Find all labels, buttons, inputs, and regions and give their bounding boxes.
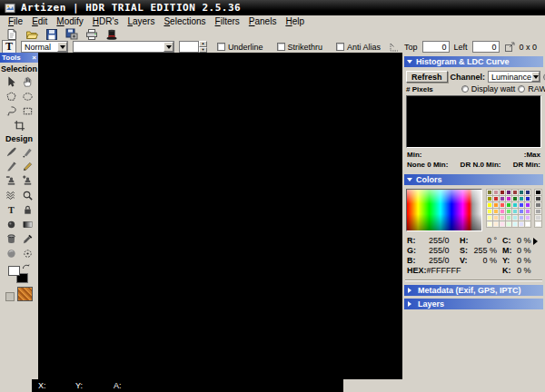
- color-swatch[interactable]: [487, 202, 492, 208]
- tools-panel-header[interactable]: Tools ×: [0, 53, 38, 63]
- zoom-tool[interactable]: [19, 188, 35, 202]
- color-swatch[interactable]: [493, 221, 499, 227]
- color-swatch[interactable]: [493, 209, 499, 214]
- color-swatch[interactable]: [525, 215, 530, 220]
- strikethru-checkbox[interactable]: Strikethru: [277, 43, 323, 52]
- color-swatch[interactable]: [512, 190, 518, 195]
- lasso-tool[interactable]: [3, 103, 19, 118]
- layers-panel-header[interactable]: Layers: [404, 299, 543, 309]
- underline-checkbox[interactable]: Underline: [217, 43, 263, 52]
- color-swatch[interactable]: [519, 202, 524, 208]
- color-swatch[interactable]: [493, 215, 499, 220]
- color-swatch[interactable]: [525, 190, 530, 195]
- print-icon[interactable]: [85, 28, 98, 41]
- image-canvas[interactable]: [38, 53, 402, 379]
- color-swatch[interactable]: [535, 209, 541, 214]
- color-swatch[interactable]: [487, 196, 492, 201]
- antialias-checkbox[interactable]: Anti Alias: [336, 43, 381, 52]
- color-swatch[interactable]: [493, 202, 499, 208]
- pointer-tool[interactable]: [3, 74, 19, 89]
- color-swatch[interactable]: [519, 196, 524, 201]
- color-swatch[interactable]: [493, 190, 499, 195]
- color-swatch[interactable]: [512, 215, 518, 220]
- color-swatch[interactable]: [500, 190, 505, 195]
- smudge-tool[interactable]: [3, 188, 19, 202]
- menu-file[interactable]: File: [4, 16, 27, 26]
- color-swatch[interactable]: [525, 221, 530, 227]
- color-swatch[interactable]: [519, 215, 524, 220]
- top-input[interactable]: 0: [422, 41, 450, 53]
- color-gradient-picker[interactable]: [406, 189, 482, 231]
- hand-tool[interactable]: [19, 74, 35, 89]
- font-size-stepper[interactable]: ▲▼: [179, 41, 207, 53]
- crop-tool[interactable]: [11, 118, 27, 132]
- color-swatch[interactable]: [535, 202, 541, 208]
- paintbrush-tool[interactable]: [3, 144, 19, 159]
- color-swatch[interactable]: [500, 221, 505, 227]
- color-swatch[interactable]: [525, 209, 530, 214]
- save-icon[interactable]: [45, 28, 58, 41]
- polygon-select-tool[interactable]: [3, 89, 19, 103]
- pencil-tool[interactable]: [19, 159, 35, 173]
- color-swatch[interactable]: [519, 221, 524, 227]
- color-swatch[interactable]: [506, 202, 511, 208]
- color-swatch[interactable]: [512, 196, 518, 201]
- menu-panels[interactable]: Panels: [244, 16, 282, 26]
- burn-tool[interactable]: [3, 217, 19, 231]
- color-swatch[interactable]: [535, 190, 541, 195]
- menu-modify[interactable]: Modify: [52, 16, 87, 26]
- bucket-tool[interactable]: [3, 231, 19, 246]
- palette-next-icon[interactable]: [533, 236, 541, 276]
- magic-hat-icon[interactable]: [105, 28, 118, 41]
- color-swatch[interactable]: [500, 209, 505, 214]
- text-tool[interactable]: [3, 202, 19, 217]
- chevron-down-icon[interactable]: [164, 42, 173, 52]
- color-swatch[interactable]: [506, 190, 511, 195]
- color-swatch[interactable]: [506, 209, 511, 214]
- close-icon[interactable]: ×: [32, 54, 36, 62]
- colors-panel-header[interactable]: Colors: [404, 174, 543, 185]
- color-swatch[interactable]: [512, 221, 518, 227]
- refresh-button[interactable]: Refresh: [406, 71, 448, 83]
- chevron-down-icon[interactable]: [531, 72, 540, 82]
- color-swatch[interactable]: [500, 196, 505, 201]
- stamp-plus-tool[interactable]: [19, 173, 35, 188]
- metadata-panel-header[interactable]: Metadata (Exif, GPS, IPTC): [404, 285, 543, 296]
- save-as-icon[interactable]: [65, 28, 78, 41]
- blend-mode-dropdown[interactable]: Normal: [21, 41, 68, 53]
- menu-hdrs[interactable]: HDR's: [88, 16, 124, 26]
- color-swatch[interactable]: [487, 190, 492, 195]
- airbrush-tool[interactable]: [19, 144, 35, 159]
- gradient-tool[interactable]: [19, 217, 35, 231]
- channel-dropdown[interactable]: Luminance: [488, 71, 540, 83]
- new-document-icon[interactable]: [5, 28, 18, 41]
- menu-help[interactable]: Help: [281, 16, 309, 26]
- texture-swatch[interactable]: [5, 292, 15, 301]
- text-tool-button[interactable]: T: [2, 40, 16, 54]
- pattern-swatch[interactable]: [17, 287, 33, 301]
- color-swatch[interactable]: [519, 190, 524, 195]
- color-swatch[interactable]: [493, 196, 499, 201]
- open-folder-icon[interactable]: [25, 28, 38, 41]
- display-watt-radio[interactable]: Display watt: [461, 84, 516, 93]
- left-input[interactable]: 0: [472, 41, 500, 53]
- dodge-tool[interactable]: [19, 246, 35, 260]
- color-swatch[interactable]: [506, 215, 511, 220]
- eyedropper-tool[interactable]: [19, 231, 35, 246]
- blur-tool[interactable]: [3, 246, 19, 260]
- pen-tool[interactable]: [3, 159, 19, 173]
- color-swatch[interactable]: [500, 202, 505, 208]
- lock-tool[interactable]: [19, 202, 35, 217]
- menu-edit[interactable]: Edit: [27, 16, 52, 26]
- color-swatch[interactable]: [512, 209, 518, 214]
- color-swatch[interactable]: [512, 202, 518, 208]
- color-swatch[interactable]: [525, 196, 530, 201]
- color-swatch[interactable]: [506, 196, 511, 201]
- foreground-color-swatch[interactable]: [8, 266, 20, 276]
- ellipse-select-tool[interactable]: [19, 89, 35, 103]
- color-swatch[interactable]: [535, 215, 541, 220]
- color-swatch[interactable]: [500, 215, 505, 220]
- chevron-down-icon[interactable]: [57, 42, 67, 52]
- raw-nits-radio[interactable]: RAW nits: [518, 84, 545, 93]
- color-swatch[interactable]: [525, 202, 530, 208]
